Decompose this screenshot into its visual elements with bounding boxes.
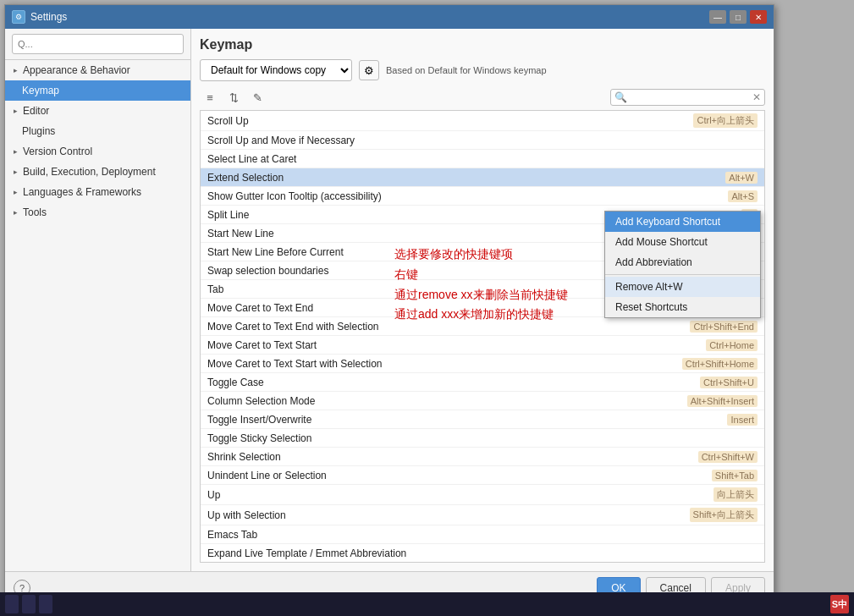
context-menu-divider [605, 274, 760, 275]
edit-list-button[interactable]: ✎ [247, 88, 267, 107]
sidebar-search-box [5, 29, 190, 60]
ctx-add-keyboard-shortcut[interactable]: Add Keyboard Shortcut [605, 212, 760, 232]
taskbar-item[interactable] [5, 595, 19, 613]
sidebar-item-label: Keymap [22, 85, 59, 96]
content-area: ▸ Appearance & Behavior Keymap ▸ Editor … [5, 29, 774, 571]
sidebar-item-build[interactable]: ▸ Build, Execution, Deployment [5, 162, 190, 182]
ctx-add-abbreviation[interactable]: Add Abbreviation [605, 252, 760, 272]
window-controls: — □ ✕ [709, 10, 767, 24]
list-item[interactable]: Up 向上箭头 [201, 485, 764, 505]
sidebar-item-label: Editor [23, 105, 49, 117]
arrow-icon: ▸ [14, 66, 18, 74]
taskbar-item[interactable] [22, 595, 36, 613]
arrow-icon: ▸ [14, 107, 18, 115]
list-item[interactable]: Scroll Up Ctrl+向上箭头 [201, 111, 764, 131]
list-search-input[interactable] [631, 91, 749, 104]
list-item-extend-selection[interactable]: Extend Selection Alt+W [201, 168, 764, 187]
list-item[interactable]: Emacs Tab [201, 525, 764, 544]
list-item[interactable]: Toggle Case Ctrl+Shift+U [201, 373, 764, 392]
search-clear-icon[interactable]: ✕ [749, 90, 764, 105]
keymap-gear-button[interactable]: ⚙ [359, 60, 379, 80]
window-title: Settings [30, 11, 67, 23]
taskbar-s-icon[interactable]: S中 [830, 595, 849, 613]
list-item[interactable]: Expand Live Template / Emmet Abbreviatio… [201, 544, 764, 563]
list-item[interactable]: Move Caret to Text End with Selection Ct… [201, 317, 764, 336]
sort-list-button[interactable]: ≡ [200, 88, 220, 107]
title-bar: ⚙ Settings — □ ✕ [5, 5, 774, 29]
sidebar-item-tools[interactable]: ▸ Tools [5, 202, 190, 223]
sidebar-item-label: Languages & Frameworks [23, 186, 141, 198]
taskbar: S中 [0, 592, 854, 616]
arrow-icon: ▸ [14, 208, 18, 217]
list-item[interactable]: Up with Selection Shift+向上箭头 [201, 505, 764, 525]
search-icon: 🔍 [611, 90, 631, 105]
list-item[interactable]: Move Caret to Text Start with Selection … [201, 355, 764, 373]
page-title: Keymap [200, 37, 765, 52]
sidebar-item-label: Appearance & Behavior [23, 64, 130, 76]
list-item[interactable]: Unindent Line or Selection Shift+Tab [201, 466, 764, 485]
context-menu: Add Keyboard Shortcut Add Mouse Shortcut… [604, 211, 761, 318]
list-item[interactable]: Scroll Up and Move if Necessary [201, 131, 764, 150]
sidebar-item-label: Plugins [22, 125, 55, 137]
sidebar-item-languages[interactable]: ▸ Languages & Frameworks [5, 182, 190, 202]
settings-window: ⚙ Settings — □ ✕ ▸ Appearance & Behavior… [4, 4, 774, 605]
sidebar-item-label: Build, Execution, Deployment [23, 166, 156, 178]
sidebar-search-input[interactable] [12, 34, 184, 54]
list-search-box: 🔍 ✕ [610, 89, 765, 106]
close-button[interactable]: ✕ [750, 10, 767, 24]
ctx-add-mouse-shortcut[interactable]: Add Mouse Shortcut [605, 232, 760, 252]
ctx-reset-shortcuts[interactable]: Reset Shortcuts [605, 297, 760, 317]
main-panel: Keymap Default for Windows copy ⚙ Based … [191, 29, 774, 571]
keymap-dropdown[interactable]: Default for Windows copy [200, 59, 352, 81]
sidebar-item-plugins[interactable]: Plugins [5, 121, 190, 141]
keymap-info: Based on Default for Windows keymap [386, 65, 547, 75]
list-toolbar: ≡ ⇅ ✎ 🔍 ✕ [200, 88, 765, 107]
list-item[interactable]: Shrink Selection Ctrl+Shift+W [201, 448, 764, 466]
taskbar-right: S中 [830, 595, 849, 613]
sidebar-item-version-control[interactable]: ▸ Version Control [5, 141, 190, 162]
list-item[interactable]: Toggle Insert/Overwrite Insert [201, 410, 764, 429]
list-item[interactable]: Column Selection Mode Alt+Shift+Insert [201, 392, 764, 410]
sidebar-item-appearance[interactable]: ▸ Appearance & Behavior [5, 60, 190, 80]
arrow-icon: ▸ [14, 188, 18, 196]
window-icon: ⚙ [12, 10, 25, 24]
keymap-toolbar: Default for Windows copy ⚙ Based on Defa… [200, 59, 765, 81]
list-item[interactable]: Move Caret to Text Start Ctrl+Home [201, 336, 764, 355]
list-item[interactable]: Toggle Sticky Selection [201, 429, 764, 448]
filter-list-button[interactable]: ⇅ [223, 88, 244, 107]
maximize-button[interactable]: □ [730, 10, 747, 24]
list-item[interactable]: Show Gutter Icon Tooltip (accessibility)… [201, 187, 764, 206]
sidebar-item-label: Version Control [23, 146, 92, 157]
sidebar-item-label: Tools [23, 206, 47, 218]
ctx-remove-alt-w[interactable]: Remove Alt+W [605, 277, 760, 297]
list-item[interactable]: Select Line at Caret [201, 150, 764, 168]
minimize-button[interactable]: — [709, 10, 726, 24]
sidebar: ▸ Appearance & Behavior Keymap ▸ Editor … [5, 29, 191, 571]
sidebar-item-editor[interactable]: ▸ Editor [5, 101, 190, 121]
arrow-icon: ▸ [14, 147, 18, 156]
arrow-icon: ▸ [14, 168, 18, 176]
keymap-list[interactable]: Scroll Up Ctrl+向上箭头 Scroll Up and Move i… [200, 110, 765, 563]
sidebar-item-keymap[interactable]: Keymap [5, 80, 190, 101]
taskbar-item[interactable] [39, 595, 52, 613]
